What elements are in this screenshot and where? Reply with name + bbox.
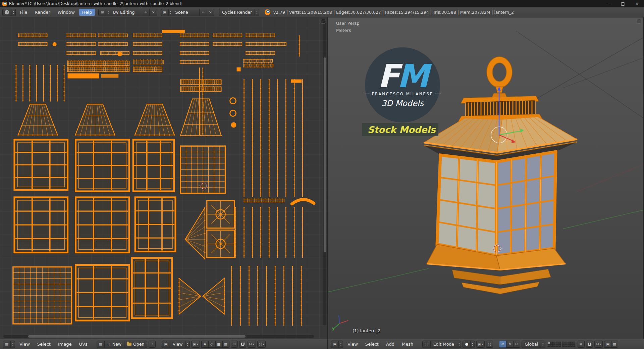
v3d-menu-add[interactable]: Add bbox=[383, 341, 397, 348]
viewport-area-corner-widget[interactable]: + bbox=[637, 19, 641, 23]
layers-widget[interactable] bbox=[548, 342, 575, 347]
pivot-center-dropdown[interactable]: ◉▾ bbox=[476, 341, 485, 348]
screen-browse-icon[interactable]: ⊞ bbox=[99, 9, 106, 16]
uv-horizontal-scrollbar[interactable] bbox=[3, 335, 314, 338]
screen-add-button[interactable]: + bbox=[142, 9, 150, 16]
uv-select-face-icon[interactable]: ■ bbox=[215, 341, 222, 348]
uv-editor-type-button[interactable]: ▦ ▴▾ bbox=[3, 341, 15, 348]
image-datablock-widget: ▦ +New Open bbox=[97, 341, 148, 348]
view-name-label: User Persp bbox=[336, 21, 360, 26]
v3d-menu-mesh[interactable]: Mesh bbox=[399, 341, 416, 348]
opengl-render-anim-icon[interactable]: ▦ bbox=[611, 341, 618, 348]
edit-mode-icon: □ bbox=[423, 341, 430, 348]
image-pin-icon[interactable]: ◦ bbox=[149, 341, 156, 348]
uv-select-island-icon[interactable]: ▦ bbox=[222, 341, 229, 348]
magnet-icon bbox=[588, 343, 591, 346]
manipulator-group: ⊕ ↻ ⊡ bbox=[499, 341, 520, 348]
menu-file[interactable]: File bbox=[17, 9, 31, 16]
v3d-menu-view[interactable]: View bbox=[344, 341, 361, 348]
scene-name[interactable]: Scene bbox=[173, 9, 200, 16]
maximize-button[interactable]: □ bbox=[616, 0, 630, 7]
folder-icon bbox=[127, 343, 131, 346]
view3d-editor-type-button[interactable]: ▣ ▴▾ bbox=[331, 341, 343, 348]
viewport-3d[interactable]: User Persp Meters (1) lantern_2 y F M FR… bbox=[328, 17, 643, 339]
pivot-align-icon[interactable]: ◎ bbox=[486, 341, 493, 348]
main-area: + User Persp Meters (1) lantern_2 y F M … bbox=[0, 17, 644, 339]
minimize-button[interactable]: – bbox=[602, 0, 616, 7]
view-channel-dropdown[interactable]: ▣ View ▴▾ bbox=[162, 341, 190, 348]
manipulator-rotate-icon[interactable]: ↻ bbox=[506, 341, 513, 348]
bottom-headers: ▦ ▴▾ View Select Image UVs ▦ +New Open ◦… bbox=[0, 339, 644, 349]
mode-dropdown[interactable]: □ Edit Mode ▴▾ bbox=[422, 341, 461, 348]
uv-sticky-select-icon[interactable]: ⊞ bbox=[231, 341, 238, 348]
scene-delete-button[interactable]: × bbox=[207, 9, 214, 16]
logo-author-name: FRANCESCO MILANESE bbox=[365, 92, 441, 96]
uv-select-vertex-icon[interactable]: ▪ bbox=[201, 341, 208, 348]
gizmo-y-axis-label: y bbox=[332, 326, 334, 331]
menu-render[interactable]: Render bbox=[32, 9, 53, 16]
info-editor-icon: i bbox=[5, 10, 9, 14]
mode-stepper-icon[interactable]: ▴▾ bbox=[457, 341, 461, 348]
open-image-button[interactable]: Open bbox=[124, 341, 147, 348]
logo-subtitle: 3D Models bbox=[381, 99, 424, 108]
uv-image-editor[interactable]: + bbox=[0, 17, 328, 339]
units-label: Meters bbox=[336, 28, 351, 33]
render-engine-stepper-icon[interactable]: ▴▾ bbox=[255, 9, 259, 16]
orientation-label: Global bbox=[522, 341, 541, 348]
logo-fm-monogram: F M bbox=[378, 62, 427, 90]
editor-type-selector[interactable]: i ▴▾ bbox=[2, 9, 16, 16]
menu-window[interactable]: Window bbox=[55, 9, 78, 16]
uv-editor-stepper-icon[interactable]: ▴▾ bbox=[11, 341, 15, 348]
view3d-editor-stepper-icon[interactable]: ▴▾ bbox=[339, 341, 343, 348]
manipulator-translate-icon[interactable]: ⊕ bbox=[499, 341, 506, 348]
uv-menu-select[interactable]: Select bbox=[34, 341, 54, 348]
uv-canvas[interactable] bbox=[0, 17, 327, 339]
close-button[interactable]: × bbox=[630, 0, 644, 7]
orientation-stepper-icon[interactable]: ▴▾ bbox=[541, 341, 545, 348]
uv-vertical-scrollbar[interactable] bbox=[323, 21, 326, 326]
uv-snap-target-dropdown[interactable]: ⊡▾ bbox=[248, 341, 256, 348]
view3d-header: ▣ ▴▾ View Select Add Mesh □ Edit Mode ▴▾… bbox=[328, 339, 644, 349]
render-engine-name: Cycles Render bbox=[219, 9, 255, 16]
scene-add-button[interactable]: + bbox=[200, 9, 207, 16]
viewport-shading-dropdown[interactable]: ● ▴▾ bbox=[463, 341, 475, 348]
manipulator-scale-icon[interactable]: ⊡ bbox=[513, 341, 520, 348]
new-image-button[interactable]: +New bbox=[105, 341, 124, 348]
menu-help[interactable]: Help bbox=[79, 9, 95, 16]
uv-menu-uvs[interactable]: UVs bbox=[76, 341, 91, 348]
info-editor-header: i ▴▾ File Render Window Help ⊞ ▴▾ UV Edi… bbox=[0, 7, 644, 17]
uv-snap-toggle-button[interactable] bbox=[239, 341, 246, 348]
snap-element-dropdown[interactable]: ⊡▾ bbox=[594, 341, 603, 348]
scene-lock-icon[interactable]: ⊠ bbox=[578, 341, 585, 348]
screen-delete-button[interactable]: × bbox=[150, 9, 157, 16]
opengl-render-image-icon[interactable]: ▣ bbox=[604, 341, 611, 348]
uv-menu-view[interactable]: View bbox=[16, 341, 33, 348]
v3d-menu-select[interactable]: Select bbox=[362, 341, 382, 348]
shading-stepper-icon[interactable]: ▴▾ bbox=[471, 341, 475, 348]
uv-menu-image[interactable]: Image bbox=[55, 341, 75, 348]
uv-select-edge-icon[interactable]: ◇ bbox=[208, 341, 215, 348]
uv-area-corner-widget[interactable]: + bbox=[321, 19, 325, 23]
screen-layout-name[interactable]: UV Editing bbox=[110, 9, 142, 16]
transform-orientation-dropdown[interactable]: Global ▴▾ bbox=[522, 341, 545, 348]
view-channel-stepper-icon[interactable]: ▴▾ bbox=[185, 341, 190, 348]
blender-app-icon bbox=[2, 2, 7, 6]
watermark-logo: F M FRANCESCO MILANESE 3D Models bbox=[365, 47, 440, 122]
uv-pivot-dropdown[interactable]: ◉▾ bbox=[191, 341, 200, 348]
image-browse-icon[interactable]: ▦ bbox=[97, 341, 105, 348]
shading-sphere-icon: ● bbox=[463, 341, 471, 348]
view-channel-icon: ▣ bbox=[162, 341, 170, 348]
scene-browse-icon[interactable]: ▣ bbox=[161, 9, 169, 16]
stock-models-badge: Stock Models bbox=[362, 123, 438, 136]
scene-stepper-icon[interactable]: ▴▾ bbox=[169, 9, 173, 16]
snap-toggle-button[interactable] bbox=[586, 341, 593, 348]
editor-type-stepper-icon[interactable]: ▴▾ bbox=[11, 9, 15, 16]
uv-editor-header: ▦ ▴▾ View Select Image UVs ▦ +New Open ◦… bbox=[0, 339, 328, 349]
uv-proportional-edit-dropdown[interactable]: ◎▾ bbox=[257, 341, 266, 348]
view-channel-label: View bbox=[170, 341, 186, 348]
magnet-icon bbox=[241, 343, 245, 346]
screen-layout-selector: ⊞ ▴▾ UV Editing + × bbox=[98, 9, 157, 16]
window-title: Blender* [C:\Users\franc\Desktop\lantern… bbox=[9, 1, 182, 6]
render-engine-dropdown[interactable]: Cycles Render ▴▾ bbox=[219, 9, 259, 16]
screen-layout-stepper-icon[interactable]: ▴▾ bbox=[106, 9, 110, 16]
